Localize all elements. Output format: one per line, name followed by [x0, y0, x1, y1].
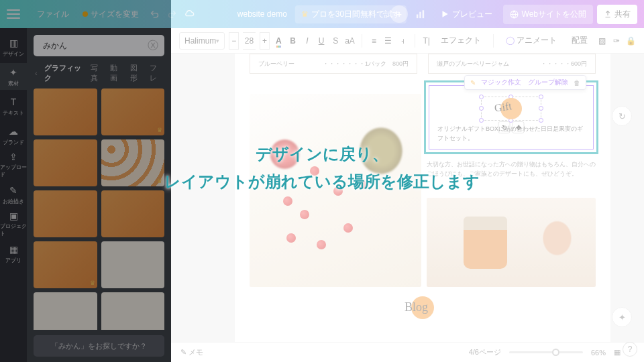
cloud-sync-icon[interactable]	[180, 5, 198, 23]
magic-icon: ✎	[470, 79, 476, 86]
thumbnail[interactable]: ♛	[101, 139, 165, 186]
resize-button[interactable]: サイズを変更	[76, 5, 146, 24]
preview-button[interactable]: プレビュー	[433, 5, 499, 24]
share-button[interactable]: 共有	[597, 5, 637, 24]
underline-icon[interactable]: U	[316, 32, 326, 50]
chevron-left-icon[interactable]: ‹	[35, 69, 38, 77]
strike-icon[interactable]: S	[331, 32, 341, 50]
elements-panel: ⓧ ‹ グラフィック 写真 動画 図形 フレ ♛ ♛ ♛ ♛ ♛ 「みかん」をお…	[27, 28, 171, 362]
thumbnail[interactable]: ♛	[101, 292, 165, 330]
magic-fab-icon[interactable]: ✦	[612, 307, 632, 327]
svg-rect-2	[423, 10, 425, 18]
svg-rect-1	[419, 11, 421, 17]
lock-icon[interactable]: 🔒	[626, 32, 636, 50]
rail-text[interactable]: Tテキスト	[0, 93, 27, 119]
gift-section-highlight: ✎ マジック作文 グループ解除 🗑 ↻✥ Gift オリジナルギフトBOXに詰め…	[424, 80, 598, 154]
spacing-icon[interactable]: ⫞	[397, 32, 407, 50]
hero-image[interactable]	[250, 94, 421, 287]
font-size-minus[interactable]: −	[229, 32, 239, 50]
thumbnail[interactable]	[34, 139, 97, 186]
thumbnail[interactable]: ♛	[101, 88, 165, 135]
text-toolbar: Halimum▾ − 28 + A B I U S aA ≡ ☰ ⫞ T| エフ…	[171, 28, 644, 54]
tab-graphic[interactable]: グラフィック	[44, 63, 84, 83]
selection-toolbar[interactable]: ✎ マジック作文 グループ解除 🗑	[464, 75, 586, 90]
chevron-down-icon: ▾	[216, 38, 219, 44]
panel-tabs: ‹ グラフィック 写真 動画 図形 フレ	[27, 63, 171, 88]
tab-video[interactable]: 動画	[110, 63, 123, 83]
search-box[interactable]: ⓧ	[34, 35, 164, 56]
tab-photo[interactable]: 写真	[91, 63, 104, 83]
crown-icon: ♛	[301, 9, 309, 19]
thumbnail[interactable]	[34, 88, 97, 135]
help-icon[interactable]: ?	[623, 342, 637, 357]
tab-shape[interactable]: 図形	[130, 63, 144, 83]
effects-button[interactable]: エフェクト	[435, 32, 486, 49]
rail-project[interactable]: ▣プロジェクト	[0, 210, 27, 237]
list-icon[interactable]: ☰	[383, 32, 393, 50]
zoom-slider[interactable]	[509, 351, 583, 353]
thumbnail[interactable]: ♛	[34, 241, 97, 288]
left-rail: ▥デザイン ✦素材 Tテキスト ☁ブランド ⇪アップロード ✎お絵描き ▣プロジ…	[0, 28, 27, 362]
zoom-value[interactable]: 66%	[591, 349, 606, 357]
gift-description[interactable]: オリジナルギフトBOXに詰め合わせた日日是果実のギフトセット。	[437, 125, 585, 143]
regenerate-icon[interactable]: ↻	[612, 106, 632, 126]
menu-icon[interactable]	[7, 9, 20, 19]
thumbnail[interactable]	[101, 190, 165, 237]
doc-title[interactable]: website demo	[237, 9, 287, 19]
rail-brand[interactable]: ☁ブランド	[0, 122, 27, 149]
tab-frame[interactable]: フレ	[150, 63, 163, 83]
thumbnail-grid: ♛ ♛ ♛ ♛ ♛	[27, 88, 171, 330]
canvas-area[interactable]: ブルーベリー・・・・・・・1パック 800円 瀬戸のブルーベリージャム・・・・・…	[171, 54, 644, 342]
copy-style-icon[interactable]: ✑	[612, 32, 622, 50]
text-color-icon[interactable]: A	[274, 32, 284, 50]
thumbnail[interactable]: ♛	[34, 292, 97, 330]
italic-icon[interactable]: I	[302, 32, 312, 50]
jar-image[interactable]	[427, 198, 596, 287]
gift-note-text[interactable]: 大切な方、お世話になった方への贈り物はもちろん、自分へのごほうびにも、ご家族との…	[427, 160, 596, 179]
product-card[interactable]: ブルーベリー・・・・・・・1パック 800円	[250, 54, 417, 74]
pro-trial-button[interactable]: ♛プロを30日間無料で試す	[295, 5, 407, 23]
case-icon[interactable]: aA	[345, 32, 355, 50]
delete-icon[interactable]: 🗑	[574, 79, 580, 86]
top-bar: ファイル サイズを変更 website demo ♛プロを30日間無料で試す ＋…	[0, 0, 644, 28]
svg-rect-0	[417, 14, 419, 18]
thumbnail[interactable]	[34, 190, 97, 237]
selection-frame[interactable]: ✎ マジック作文 グループ解除 🗑 ↻✥ Gift オリジナルギフトBOXに詰め…	[429, 85, 594, 149]
gift-logo[interactable]: Gift	[494, 98, 528, 119]
search-suggestion[interactable]: 「みかん」をお探しですか？	[34, 335, 164, 357]
position-button[interactable]: 配置	[566, 32, 593, 49]
bold-icon[interactable]: B	[288, 32, 298, 50]
publish-button[interactable]: Webサイトを公開	[503, 5, 593, 24]
rail-draw[interactable]: ✎お絵描き	[0, 181, 27, 208]
redo-icon[interactable]	[163, 5, 180, 23]
clear-icon[interactable]: ⓧ	[148, 39, 158, 53]
page-indicator[interactable]: 4/6ページ	[469, 347, 501, 357]
font-size-value[interactable]: 28	[243, 32, 256, 50]
animate-button[interactable]: ◯ アニメート	[500, 32, 562, 49]
insights-icon[interactable]	[412, 5, 429, 23]
rail-design[interactable]: ▥デザイン	[0, 34, 27, 60]
undo-icon[interactable]	[146, 5, 163, 23]
status-bar: ✎ メモ 4/6ページ 66% ▦ ⤢	[171, 342, 644, 362]
search-input[interactable]	[43, 41, 144, 50]
thumbnail[interactable]	[101, 241, 165, 288]
rail-apps[interactable]: ▦アプリ	[0, 240, 27, 267]
file-menu[interactable]: ファイル	[30, 5, 76, 24]
grid-view-icon[interactable]: ▦	[614, 348, 621, 357]
align-icon[interactable]: ≡	[369, 32, 379, 50]
product-card[interactable]: 瀬戸のブルーベリージャム・・・・・600円	[428, 54, 596, 74]
vertical-text-icon[interactable]: T|	[421, 32, 431, 50]
page[interactable]: ブルーベリー・・・・・・・1パック 800円 瀬戸のブルーベリージャム・・・・・…	[235, 54, 610, 342]
font-size-plus[interactable]: +	[260, 32, 270, 50]
transparency-icon[interactable]: ▨	[597, 32, 607, 50]
rail-upload[interactable]: ⇪アップロード	[0, 152, 27, 178]
blog-logo[interactable]: Blog	[399, 295, 446, 322]
rail-elements[interactable]: ✦素材	[0, 63, 27, 90]
font-select[interactable]: Halimum▾	[179, 32, 225, 50]
memo-button[interactable]: ✎ メモ	[180, 347, 203, 357]
